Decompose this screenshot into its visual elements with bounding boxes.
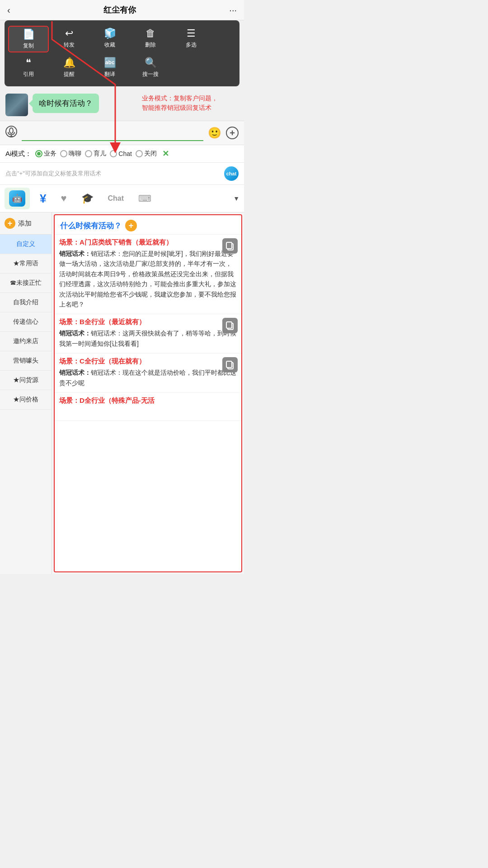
sidebar-item-invite[interactable]: 邀约来店: [0, 332, 52, 351]
context-menu-quote[interactable]: ❝ 引用: [8, 55, 49, 80]
radio-business[interactable]: 业务: [35, 150, 56, 158]
sidebar-item-intro[interactable]: 自我介绍: [0, 293, 52, 312]
scenario-b-copy-button[interactable]: [222, 318, 238, 333]
svg-rect-7: [226, 322, 232, 328]
ai-mode-bar: Ai模式： 业务 嗨聊 育儿 Chat 关闭 ✕: [0, 145, 244, 163]
tab-keyboard[interactable]: ⌨: [134, 190, 156, 207]
scenario-a-bold: 销冠话术：: [59, 250, 91, 257]
input-area: 🙂 +: [0, 121, 244, 145]
top-bar: ‹ 红尘有你 ···: [0, 0, 244, 20]
chat-message-text: 啥时候有活动？: [39, 99, 93, 108]
tab-heart[interactable]: ♥: [56, 190, 71, 207]
scenario-a-text: 销冠话术：销冠话术：您问的正是时候[呲牙]，我们刚好最近要做一场大活动，这次活动…: [59, 249, 237, 309]
sidebar-item-confidence[interactable]: 传递信心: [0, 312, 52, 332]
scenario-b-text: 销冠话术：销冠话术：这两天很快就会有了，稍等等哈，到时候我第一时间通知你[让我看…: [59, 328, 237, 349]
chat-bubble: 啥时候有活动？: [33, 94, 99, 113]
sidebar-item-common[interactable]: ★常用语: [0, 254, 52, 274]
svg-point-1: [9, 128, 13, 133]
voice-button[interactable]: [5, 126, 17, 140]
copy-label: 复制: [23, 42, 34, 50]
scenario-c-bold: 销冠话术：: [59, 369, 91, 376]
radio-haichat[interactable]: 嗨聊: [60, 150, 81, 158]
scenario-a-label: 场景：A门店类线下销售（最近就有）: [59, 238, 237, 247]
radio-dot-chat: [110, 150, 117, 157]
tab-hat[interactable]: 🎓: [77, 190, 98, 207]
close-button[interactable]: ✕: [162, 149, 169, 159]
tab-robot[interactable]: 🤖: [5, 188, 30, 209]
radio-close[interactable]: 关闭: [136, 150, 157, 158]
tab-chat-text[interactable]: Chat: [103, 192, 129, 205]
add-icon: +: [5, 218, 15, 229]
content-question-title: 什么时候有活动？: [60, 221, 122, 231]
tab-expand-arrow[interactable]: ▼: [233, 195, 239, 202]
chat-area: 啥时候有活动？: [5, 94, 239, 116]
back-icon[interactable]: ‹: [7, 5, 10, 15]
copy-icon: 📄: [23, 28, 35, 40]
radio-dot-close: [136, 150, 143, 157]
context-menu-search[interactable]: 🔍 搜一搜: [130, 55, 171, 80]
context-menu-copy[interactable]: 📄 复制: [8, 26, 49, 52]
sidebar-item-invite-label: 邀约来店: [13, 337, 38, 344]
context-menu-favorite[interactable]: 🧊 收藏: [89, 26, 130, 52]
page-title: 红尘有你: [103, 5, 136, 15]
avatar: [5, 94, 28, 116]
scenario-c-text: 销冠话术：销冠话术：现在这个就是活动价哈，我们平时都比这贵不少呢: [59, 368, 237, 388]
delete-icon: 🗑: [145, 28, 155, 39]
radio-parenting[interactable]: 育儿: [85, 150, 106, 158]
favorite-icon: 🧊: [104, 28, 116, 39]
hint-text: 点击"+"可添加自定义标签及常用话术: [5, 170, 101, 178]
search-label: 搜一搜: [142, 71, 159, 78]
plus-button[interactable]: +: [226, 127, 239, 139]
context-menu-multiselect[interactable]: ☰ 多选: [171, 26, 211, 52]
sidebar-item-price-label: ★问价格: [13, 396, 38, 403]
sidebar-item-custom[interactable]: 自定义: [0, 235, 52, 254]
translate-label: 翻译: [104, 71, 115, 78]
sidebar-item-common-label: ★常用语: [13, 259, 38, 267]
radio-dot-business: [35, 150, 42, 157]
context-menu-row1: 📄 复制 ↩ 转发 🧊 收藏 🗑 删除 ☰ 多选: [8, 26, 236, 52]
context-menu-row2: ❝ 引用 🔔 提醒 🔤 翻译 🔍 搜一搜: [8, 55, 236, 80]
quote-icon: ❝: [26, 57, 31, 69]
radio-close-label: 关闭: [144, 150, 157, 158]
sidebar-item-marketing-label: 营销噱头: [13, 357, 38, 364]
context-menu-translate[interactable]: 🔤 翻译: [89, 55, 130, 80]
tab-money[interactable]: ¥: [35, 189, 51, 208]
context-menu-forward[interactable]: ↩ 转发: [49, 26, 89, 52]
svg-rect-9: [226, 361, 232, 368]
context-menu: 📄 复制 ↩ 转发 🧊 收藏 🗑 删除 ☰ 多选 ❝ 引用 🔔 提醒 �: [5, 20, 239, 86]
sidebar-item-price[interactable]: ★问价格: [0, 390, 52, 410]
hint-bar: 点击"+"可添加自定义标签及常用话术 chat: [0, 163, 244, 185]
scenario-a-copy-button[interactable]: [222, 238, 238, 254]
remind-label: 提醒: [64, 71, 75, 78]
forward-label: 转发: [64, 41, 75, 49]
message-input[interactable]: [22, 125, 203, 141]
sidebar-item-custom-label: 自定义: [16, 240, 35, 247]
sidebar-item-busy-label: ☎未接正忙: [10, 279, 42, 286]
scenario-c-label: 场景：C全行业（现在就有）: [59, 357, 237, 366]
hint-chat-icon[interactable]: chat: [224, 166, 239, 181]
more-icon[interactable]: ···: [229, 5, 237, 15]
radio-dot-parenting: [85, 150, 92, 157]
voice-icon: [5, 126, 17, 137]
scenario-c-copy-button[interactable]: [222, 357, 238, 373]
content-add-button[interactable]: +: [125, 220, 137, 231]
copy-scenario-icon: [225, 241, 235, 250]
sidebar-item-marketing[interactable]: 营销噱头: [0, 351, 52, 371]
delete-label: 删除: [145, 41, 156, 49]
context-menu-delete[interactable]: 🗑 删除: [130, 26, 171, 52]
content-panel: 什么时候有活动？ + 场景：A门店类线下销售（最近就有） 销冠话术：销冠话术：您…: [54, 214, 242, 572]
remind-icon: 🔔: [63, 57, 75, 69]
scenario-a-content: 销冠话术：您问的正是时候[呲牙]，我们刚好最近要做一场大活动，这次活动是厂家/总…: [59, 250, 236, 308]
sidebar-item-busy[interactable]: ☎未接正忙: [0, 274, 52, 293]
radio-chat[interactable]: Chat: [110, 150, 132, 157]
sidebar-item-source-label: ★问货源: [13, 376, 38, 383]
context-menu-remind[interactable]: 🔔 提醒: [49, 55, 89, 80]
multiselect-label: 多选: [186, 41, 197, 49]
scenario-a: 场景：A门店类线下销售（最近就有） 销冠话术：销冠话术：您问的正是时候[呲牙]，…: [55, 235, 241, 314]
sidebar-add-button[interactable]: + 添加: [0, 212, 52, 235]
scenario-c: 场景：C全行业（现在就有） 销冠话术：销冠话术：现在这个就是活动价哈，我们平时都…: [55, 354, 241, 393]
main-content: + 添加 自定义 ★常用语 ☎未接正忙 自我介绍 传递信心 邀约来店 营销噱头 …: [0, 212, 244, 574]
add-label: 添加: [18, 219, 32, 228]
emoji-button[interactable]: 🙂: [208, 127, 221, 139]
sidebar-item-source[interactable]: ★问货源: [0, 371, 52, 390]
